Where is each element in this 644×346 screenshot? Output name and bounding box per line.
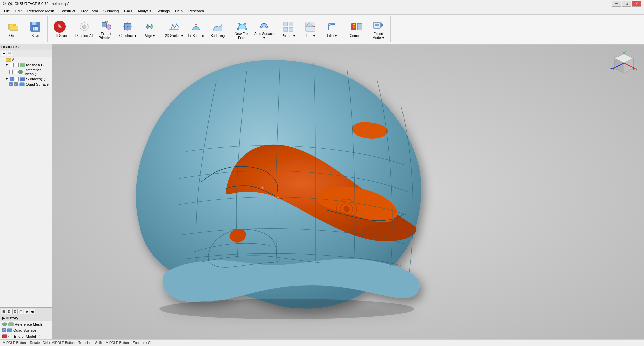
svg-text:X: X (635, 68, 637, 71)
menu-bar: File Edit Reference Mesh Construct Free … (0, 7, 644, 15)
svg-rect-50 (2, 335, 7, 338)
svg-rect-40 (6, 58, 11, 62)
svg-rect-27 (289, 27, 293, 31)
freeform-icon (236, 19, 248, 31)
fit-surface-button[interactable]: Fit Surface (185, 16, 207, 42)
svg-text:Z: Z (610, 68, 612, 71)
align-icon (144, 21, 156, 33)
hist-btn-4[interactable]: ▢ (18, 309, 23, 314)
2d-sketch-button[interactable]: 2D Sketch ▾ (163, 16, 185, 42)
menu-surfacing[interactable]: Surfacing (101, 8, 121, 14)
menu-edit[interactable]: Edit (13, 8, 24, 14)
hist-btn-6[interactable]: ⏭ (30, 309, 35, 314)
open-label: Open (9, 34, 17, 38)
history-item-end[interactable]: <-- End of Model --> (0, 333, 52, 339)
folder-mesh-icon (20, 63, 25, 67)
obj-toolbar-btn-2[interactable]: ☑ (7, 51, 12, 56)
menu-free-form[interactable]: Free Form (78, 8, 101, 14)
svg-point-21 (238, 23, 240, 25)
export-model-button[interactable]: Export Model ▾ (368, 16, 389, 42)
toolbar-group-ops: Deselect All Extract Primitives Constr (73, 16, 162, 42)
check-refmesh2[interactable] (14, 70, 17, 74)
check-surfaces[interactable]: ✓ (10, 77, 14, 81)
sketch-label: 2D Sketch ▾ (165, 34, 183, 38)
check-meshes[interactable] (10, 63, 14, 67)
construct-icon (122, 21, 134, 33)
open-button[interactable]: Open (3, 16, 24, 42)
check-surfaces2[interactable] (15, 77, 19, 81)
obj-toolbar-btn-1[interactable]: ▶ (1, 51, 6, 56)
refmesh-label: Reference Mesh (T (24, 68, 50, 76)
objects-section: OBJECTS ▶ ☑ ALL ▼ Meshes(1) (0, 44, 52, 308)
main-layout: OBJECTS ▶ ☑ ALL ▼ Meshes(1) (0, 44, 644, 339)
toolbar-group-modify: Pattern ▾ Trim ▾ Fillet ▾ (278, 16, 344, 42)
maximize-button[interactable]: □ (622, 1, 631, 7)
fillet-icon (326, 21, 338, 33)
check-quad2[interactable]: ✓ (14, 82, 18, 86)
trim-button[interactable]: Trim ▾ (300, 16, 321, 42)
tree-label-all: ALL (12, 58, 19, 62)
viewport[interactable]: Y X Z (52, 44, 644, 339)
svg-point-43 (18, 70, 23, 74)
tree-item-surfaces[interactable]: ▼ ✓ Surfaces(1) (0, 76, 52, 82)
hist-btn-3[interactable]: ⊠ (12, 309, 18, 314)
history-item-quad[interactable]: ✓ Quad Surface (0, 327, 52, 333)
edit-scan-button[interactable]: ✎ Edit Scan (49, 16, 70, 42)
menu-analysis[interactable]: Analysis (135, 8, 154, 14)
fillet-button[interactable]: Fillet ▾ (321, 16, 343, 42)
open-icon (7, 21, 19, 33)
svg-rect-24 (284, 22, 288, 26)
toolbar-group-surface: 2D Sketch ▾ Fit Surface Surfacing (163, 16, 230, 42)
extract-label: Extract Primitives (96, 32, 116, 40)
fillet-label: Fillet ▾ (327, 34, 337, 38)
tree-item-all[interactable]: ALL (0, 57, 52, 62)
extract-primitives-button[interactable]: Extract Primitives (95, 16, 117, 42)
tree-item-quad-surface[interactable]: ✓ ✓ Quad Surface (0, 82, 52, 87)
hist-btn-1[interactable]: ⊞ (1, 309, 6, 314)
save-button[interactable]: Save (24, 16, 46, 42)
menu-file[interactable]: File (1, 8, 13, 14)
surfacing-button[interactable]: Surfacing (207, 16, 228, 42)
svg-rect-41 (6, 59, 8, 60)
svg-point-7 (82, 25, 86, 29)
svg-point-9 (106, 25, 111, 29)
deselect-all-button[interactable]: Deselect All (73, 16, 95, 42)
compare-label: Compare (350, 34, 363, 38)
svg-rect-25 (289, 22, 293, 26)
surfaces-label: Surfaces(1) (26, 77, 45, 81)
title-bar: ⬡ QUICKSURFACE 5.0.72 - helmet.qsf ─ □ ✕ (0, 0, 644, 7)
menu-help[interactable]: Help (172, 8, 185, 14)
svg-point-20 (245, 28, 247, 30)
check-meshes2[interactable] (15, 63, 19, 67)
close-button[interactable]: ✕ (632, 1, 641, 7)
compare-button[interactable]: Compare (346, 16, 367, 42)
menu-construct[interactable]: Construct (57, 8, 78, 14)
align-button[interactable]: Align ▾ (139, 16, 160, 42)
history-header: ▶ History (0, 315, 52, 321)
new-free-form-button[interactable]: New Free Form (231, 16, 253, 42)
menu-cad[interactable]: CAD (121, 8, 135, 14)
svg-point-56 (277, 196, 279, 198)
history-item-refmesh[interactable]: Reference Mesh (0, 321, 52, 327)
tree-item-meshes[interactable]: ▼ Meshes(1) (0, 62, 52, 68)
auto-surface-button[interactable]: Auto Surface ▾ (253, 16, 275, 42)
quad-surface-label: Quad Surface (26, 82, 49, 86)
check-refmesh[interactable] (9, 70, 13, 74)
pattern-label: Pattern ▾ (282, 34, 295, 38)
hist-btn-2[interactable]: ⊟ (7, 309, 12, 314)
construct-button[interactable]: Construct ▾ (117, 16, 139, 42)
pattern-button[interactable]: Pattern ▾ (278, 16, 299, 42)
hist-mesh-icon2 (8, 322, 14, 327)
menu-research[interactable]: Research (185, 8, 207, 14)
minimize-button[interactable]: ─ (612, 1, 621, 7)
check-quad[interactable]: ✓ (9, 82, 13, 86)
tree-item-ref-mesh[interactable]: Reference Mesh (T (0, 68, 52, 76)
menu-settings[interactable]: Settings (154, 8, 173, 14)
menu-reference-mesh[interactable]: Reference Mesh (24, 8, 57, 14)
surfacing-label: Surfacing (211, 34, 225, 38)
hist-btn-5[interactable]: ⏮ (24, 309, 29, 314)
fit-icon (190, 21, 202, 33)
expand-meshes: ▼ (5, 63, 9, 67)
objects-header: OBJECTS (0, 44, 52, 50)
hist-check-quad[interactable]: ✓ (2, 328, 6, 332)
